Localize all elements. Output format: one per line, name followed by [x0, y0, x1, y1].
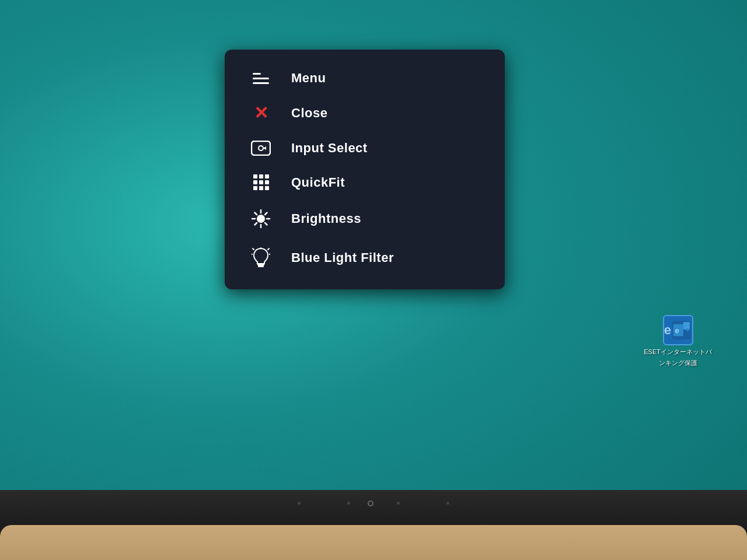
osd-menu-popup: Menu ✕ Close Input Select [225, 50, 505, 289]
osd-quickfit-label: QuickFit [291, 175, 345, 190]
svg-rect-5 [252, 141, 270, 155]
osd-close-label: Close [291, 106, 327, 121]
input-select-icon [248, 141, 274, 156]
eset-label-line1: ESETインターネットバ [644, 348, 712, 356]
svg-text:e: e [675, 326, 679, 335]
svg-rect-17 [257, 264, 264, 265]
svg-rect-18 [258, 265, 264, 267]
svg-marker-7 [263, 146, 266, 150]
bezel-dot-2 [347, 502, 350, 505]
osd-item-menu[interactable]: Menu [225, 61, 505, 95]
close-icon: ✕ [248, 104, 274, 122]
bezel-dot-4 [446, 502, 449, 505]
osd-item-blue-light[interactable]: Blue Light Filter [225, 238, 505, 278]
svg-line-16 [255, 223, 257, 225]
osd-item-close[interactable]: ✕ Close [225, 95, 505, 131]
svg-line-21 [270, 254, 270, 254]
fingers-area [0, 525, 747, 560]
osd-input-select-label: Input Select [291, 141, 368, 156]
svg-line-13 [255, 213, 257, 215]
osd-blue-light-label: Blue Light Filter [291, 250, 394, 265]
svg-line-22 [253, 249, 254, 250]
svg-line-20 [252, 254, 252, 254]
osd-brightness-label: Brightness [291, 211, 361, 226]
svg-rect-3 [683, 322, 690, 330]
osd-item-quickfit[interactable]: QuickFit [225, 165, 505, 200]
osd-menu-label: Menu [291, 71, 326, 86]
quickfit-icon [248, 174, 274, 190]
power-button[interactable] [368, 501, 374, 506]
osd-item-brightness[interactable]: Brightness [225, 200, 505, 238]
blue-light-icon [248, 247, 274, 268]
svg-line-23 [268, 249, 269, 250]
menu-icon [248, 73, 274, 84]
desktop: e ESETインターネットバ ンキング保護 Menu ✕ [0, 0, 747, 531]
osd-item-input-select[interactable]: Input Select [225, 131, 505, 165]
eset-icon-image: e [663, 315, 693, 345]
bezel-dots [298, 502, 449, 505]
bezel-dot-3 [397, 502, 400, 505]
eset-desktop-icon[interactable]: e ESETインターネットバ ンキング保護 [644, 315, 712, 368]
bezel-dot-1 [298, 502, 301, 505]
svg-line-15 [265, 213, 267, 215]
brightness-icon [248, 209, 274, 229]
svg-line-14 [265, 223, 267, 225]
svg-point-6 [259, 146, 263, 150]
eset-label-line2: ンキング保護 [659, 359, 697, 368]
svg-point-8 [257, 215, 265, 223]
